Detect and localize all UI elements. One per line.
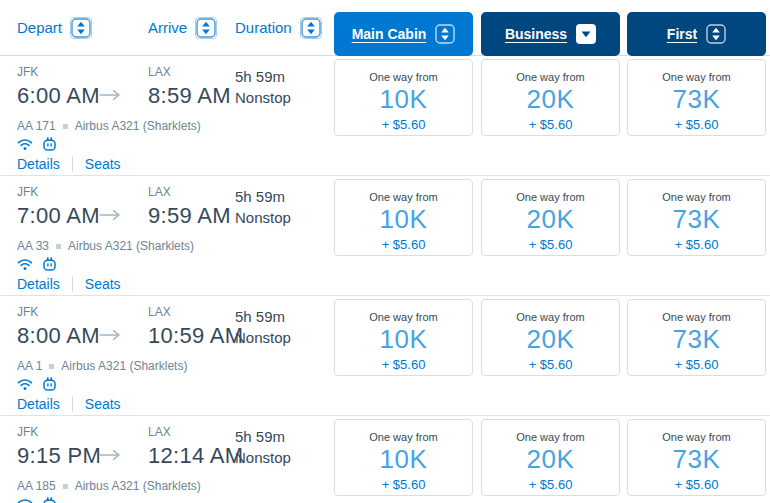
fare-fee: + $5.60 <box>628 357 765 372</box>
flight-number: AA 1 <box>17 359 42 373</box>
depart-segment: JFK 7:00 AM <box>17 185 100 229</box>
arrow-right-icon <box>99 449 120 461</box>
arrive-time: 9:59 AM <box>148 203 231 229</box>
fare-label: One way from <box>482 431 619 443</box>
arrive-airport-code: LAX <box>148 65 231 79</box>
separator-square-icon <box>63 484 68 489</box>
flight-row: JFK 8:00 AM LAX 10:59 AM 5h 59m Nonstop … <box>0 296 770 416</box>
aircraft-type: Airbus A321 (Sharklets) <box>68 239 194 253</box>
dropdown-icon <box>576 24 596 44</box>
arrow-right-icon <box>99 329 120 341</box>
depart-airport-code: JFK <box>17 65 100 79</box>
fare-card-first[interactable]: One way from 73K + $5.60 <box>627 59 766 136</box>
power-icon <box>43 137 56 151</box>
column-header-depart: Depart <box>17 0 92 55</box>
main-cabin-label: Main Cabin <box>352 26 427 42</box>
seats-link[interactable]: Seats <box>85 396 121 412</box>
arrive-segment: LAX 10:59 AM <box>148 305 243 349</box>
duration-sort-button[interactable] <box>300 17 322 39</box>
fare-card-main-cabin[interactable]: One way from 10K + $5.60 <box>334 299 473 376</box>
fare-value: 73K <box>628 84 765 115</box>
duration-block: 5h 59m Nonstop <box>235 306 291 348</box>
fare-label: One way from <box>335 71 472 83</box>
duration-text: 5h 59m <box>235 186 291 207</box>
fare-card-main-cabin[interactable]: One way from 10K + $5.60 <box>334 59 473 136</box>
depart-segment: JFK 6:00 AM <box>17 65 100 109</box>
fare-card-business[interactable]: One way from 20K + $5.60 <box>481 59 620 136</box>
fare-value: 10K <box>335 324 472 355</box>
seats-link[interactable]: Seats <box>85 276 121 292</box>
column-header-duration: Duration <box>235 0 322 55</box>
fare-card-main-cabin[interactable]: One way from 10K + $5.60 <box>334 179 473 256</box>
fare-fee: + $5.60 <box>628 117 765 132</box>
arrive-airport-code: LAX <box>148 305 243 319</box>
depart-airport-code: JFK <box>17 185 100 199</box>
fare-label: One way from <box>628 71 765 83</box>
fare-label: One way from <box>335 311 472 323</box>
fare-card-business[interactable]: One way from 20K + $5.60 <box>481 179 620 256</box>
flight-results-page: Depart Arrive Duration Main Cabin Busine… <box>0 0 770 503</box>
fare-card-business[interactable]: One way from 20K + $5.60 <box>481 419 620 496</box>
fare-value: 10K <box>335 84 472 115</box>
fare-card-main-cabin[interactable]: One way from 10K + $5.60 <box>334 419 473 496</box>
flight-row: JFK 9:15 PM LAX 12:14 AM 5h 59m Nonstop … <box>0 416 770 503</box>
separator-square-icon <box>56 244 61 249</box>
cabin-header-first[interactable]: First <box>627 12 766 56</box>
fare-card-first[interactable]: One way from 73K + $5.60 <box>627 179 766 256</box>
flight-info: AA 171 Airbus A321 (Sharklets) <box>17 119 201 133</box>
arrive-time: 10:59 AM <box>148 323 243 349</box>
wifi-icon <box>17 378 33 391</box>
duration-text: 5h 59m <box>235 66 291 87</box>
cabin-header-business[interactable]: Business <box>481 12 620 56</box>
fare-value: 73K <box>628 324 765 355</box>
fare-card-first[interactable]: One way from 73K + $5.60 <box>627 299 766 376</box>
flight-info: AA 33 Airbus A321 (Sharklets) <box>17 239 194 253</box>
duration-block: 5h 59m Nonstop <box>235 426 291 468</box>
sort-updown-icon <box>71 18 91 38</box>
arrive-sort-button[interactable] <box>195 17 217 39</box>
business-label: Business <box>505 26 567 42</box>
flight-number: AA 185 <box>17 479 56 493</box>
details-link[interactable]: Details <box>17 156 60 172</box>
details-link[interactable]: Details <box>17 276 60 292</box>
depart-sort-button[interactable] <box>70 17 92 39</box>
fare-label: One way from <box>335 431 472 443</box>
power-icon <box>43 257 56 271</box>
first-label: First <box>667 26 697 42</box>
arrow-right-icon <box>99 89 120 101</box>
duration-block: 5h 59m Nonstop <box>235 186 291 228</box>
arrive-time: 8:59 AM <box>148 83 231 109</box>
fare-card-first[interactable]: One way from 73K + $5.60 <box>627 419 766 496</box>
amenity-icons <box>17 377 56 391</box>
flight-row: JFK 6:00 AM LAX 8:59 AM 5h 59m Nonstop A… <box>0 56 770 176</box>
arrive-airport-code: LAX <box>148 185 231 199</box>
arrive-airport-code: LAX <box>148 425 243 439</box>
fare-label: One way from <box>628 311 765 323</box>
cabin-header-main-cabin[interactable]: Main Cabin <box>334 12 473 56</box>
flight-info: AA 185 Airbus A321 (Sharklets) <box>17 479 201 493</box>
fare-label: One way from <box>628 431 765 443</box>
separator-square-icon <box>63 124 68 129</box>
amenity-icons <box>17 257 56 271</box>
sort-updown-icon <box>435 24 455 44</box>
depart-segment: JFK 8:00 AM <box>17 305 100 349</box>
arrive-time: 12:14 AM <box>148 443 243 469</box>
fare-card-business[interactable]: One way from 20K + $5.60 <box>481 299 620 376</box>
fare-fee: + $5.60 <box>482 357 619 372</box>
seats-link[interactable]: Seats <box>85 156 121 172</box>
row-links: Details Seats <box>17 276 121 292</box>
fare-label: One way from <box>335 191 472 203</box>
duration-text: 5h 59m <box>235 306 291 327</box>
arrive-segment: LAX 9:59 AM <box>148 185 231 229</box>
fare-label: One way from <box>482 71 619 83</box>
arrive-column-label: Arrive <box>148 19 187 36</box>
duration-column-label: Duration <box>235 19 292 36</box>
fare-fee: + $5.60 <box>335 237 472 252</box>
fare-label: One way from <box>628 191 765 203</box>
fare-value: 73K <box>628 204 765 235</box>
fare-fee: + $5.60 <box>628 237 765 252</box>
duration-block: 5h 59m Nonstop <box>235 66 291 108</box>
details-link[interactable]: Details <box>17 396 60 412</box>
flight-number: AA 171 <box>17 119 56 133</box>
wifi-icon <box>17 138 33 151</box>
